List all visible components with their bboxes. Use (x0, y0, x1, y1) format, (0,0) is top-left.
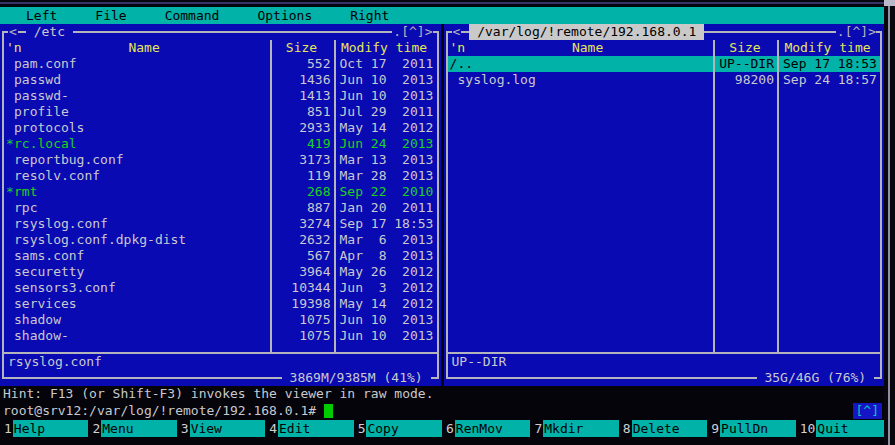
file-name: profile (14, 104, 69, 120)
command-line[interactable]: root@srv12:/var/log/!remote/192.168.0.1#… (0, 402, 884, 419)
fkey-button-delete[interactable]: 8Delete (619, 420, 707, 437)
history-back-arrow[interactable]: < (452, 24, 462, 40)
header-size[interactable]: Size (716, 40, 774, 56)
window-scrollbar[interactable] (884, 0, 895, 445)
right-panel-title-bar: < /var/log/!remote/192.168.0.1 .[^]> (444, 24, 885, 40)
file-row[interactable]: passwd-1413Jun 10 2013 (4, 88, 437, 104)
border-segment (73, 31, 393, 33)
file-size: 552 (273, 56, 331, 72)
panels-area: < /etc .[^]> 'n Name Size (0, 24, 884, 386)
text-cursor (324, 404, 333, 418)
file-row[interactable]: profile851Jul 29 2011 (4, 104, 437, 120)
file-name: rmt (14, 184, 37, 200)
file-row[interactable]: reportbug.conf3173Mar 13 2013 (4, 152, 437, 168)
header-mtime[interactable]: Modify time (334, 40, 435, 56)
file-row[interactable]: rpc887Jan 20 2011 (4, 200, 437, 216)
fkey-button-view[interactable]: 3View (177, 420, 265, 437)
file-name: sensors3.conf (14, 280, 116, 296)
file-row[interactable]: resolv.conf119Mar 28 2013 (4, 168, 437, 184)
menu-item-left[interactable]: Left (24, 8, 59, 24)
file-row[interactable]: syslog.log98200Sep 24 18:57 (448, 72, 881, 88)
header-name[interactable]: Name (22, 40, 267, 56)
menu-item-command[interactable]: Command (163, 8, 222, 24)
file-row[interactable]: pam.conf552Oct 17 2011 (4, 56, 437, 72)
border-segment (874, 377, 882, 379)
file-size: 1413 (273, 88, 331, 104)
file-row[interactable]: *rmt268Sep 22 2010 (4, 184, 437, 200)
panel-path[interactable]: /etc (26, 24, 73, 40)
file-mtime: Mar 13 2013 (334, 152, 435, 168)
fkey-label: Help (13, 420, 89, 437)
left-panel-bottom-border: 3869M/9385M (41%) (0, 370, 441, 386)
column-separator (777, 40, 779, 352)
fkey-label: View (190, 420, 266, 437)
file-size: 1075 (273, 312, 331, 328)
file-row[interactable]: shadow1075Jun 10 2013 (4, 312, 437, 328)
mini-status: rsyslog.conf (0, 354, 441, 370)
disk-usage: 3869M/9385M (41%) (282, 370, 431, 386)
fkey-button-mkdir[interactable]: 7Mkdir (530, 420, 618, 437)
function-key-bar: 1Help 2Menu 3View 4Edit 5Copy 6RenMov 7M… (0, 420, 884, 438)
menu-item-file[interactable]: File (93, 8, 128, 24)
column-separator (713, 40, 715, 352)
fkey-label: Delete (632, 420, 708, 437)
header-mtime[interactable]: Modify time (777, 40, 878, 56)
fkey-button-pulldn[interactable]: 9PullDn (707, 420, 795, 437)
file-name: shadow- (14, 328, 69, 344)
file-row[interactable]: sams.conf567Apr 8 2013 (4, 248, 437, 264)
fkey-number: 4 (265, 420, 278, 437)
fkey-label: Menu (101, 420, 177, 437)
fkey-button-quit[interactable]: 10Quit (796, 420, 884, 437)
fkey-button-menu[interactable]: 2Menu (88, 420, 176, 437)
fkey-number: 2 (88, 420, 101, 437)
history-back-arrow[interactable]: < (8, 24, 18, 40)
file-mtime: Sep 24 18:57 (777, 72, 878, 88)
menu-item-right[interactable]: Right (348, 8, 391, 24)
shell-prompt: root@srv12:/var/log/!remote/192.168.0.1# (3, 403, 316, 419)
panel-corner-controls[interactable]: .[^]> (836, 24, 876, 40)
fkey-button-edit[interactable]: 4Edit (265, 420, 353, 437)
file-row[interactable]: rsyslog.conf3274Sep 17 18:53 (4, 216, 437, 232)
panel-path[interactable]: /var/log/!remote/192.168.0.1 (469, 24, 704, 40)
file-row[interactable]: securetty3964May 26 2012 (4, 264, 437, 280)
file-row[interactable]: services19398May 14 2012 (4, 296, 437, 312)
file-name: securetty (14, 264, 84, 280)
terminal-window: Left File Command Options Right < /etc .… (0, 0, 895, 445)
file-row-selected[interactable]: /..UP--DIRSep 17 18:53 (448, 56, 881, 72)
header-name[interactable]: Name (465, 40, 710, 56)
panel-corner-controls[interactable]: .[^]> (392, 24, 432, 40)
fkey-label: Edit (278, 420, 354, 437)
right-panel: < /var/log/!remote/192.168.0.1 .[^]> 'n … (444, 24, 885, 386)
column-headers: 'n Name Size Modify time (448, 40, 881, 56)
file-mtime: Sep 22 2010 (334, 184, 435, 200)
file-size: 567 (273, 248, 331, 264)
border-segment (18, 31, 26, 33)
file-size: 3964 (273, 264, 331, 280)
file-size: 2632 (273, 232, 331, 248)
fkey-label: PullDn (720, 420, 796, 437)
file-size: 1436 (273, 72, 331, 88)
fkey-button-copy[interactable]: 5Copy (354, 420, 442, 437)
file-mtime: May 26 2012 (334, 264, 435, 280)
menu-item-options[interactable]: Options (255, 8, 314, 24)
fkey-button-renmov[interactable]: 6RenMov (442, 420, 530, 437)
file-row[interactable]: rsyslog.conf.dpkg-dist2632Mar 6 2013 (4, 232, 437, 248)
scrollbar-thumb[interactable] (884, 0, 895, 6)
file-name: reportbug.conf (14, 152, 124, 168)
scroll-up-indicator[interactable]: [^] (853, 403, 882, 419)
file-row[interactable]: passwd1436Jun 10 2013 (4, 72, 437, 88)
file-row[interactable]: shadow-1075Jun 10 2013 (4, 328, 437, 344)
file-size: 10344 (273, 280, 331, 296)
file-name: .. (458, 56, 474, 72)
file-row[interactable]: sensors3.conf10344Jun 3 2012 (4, 280, 437, 296)
right-panel-bottom-border: 35G/46G (76%) (444, 370, 885, 386)
file-size: 851 (273, 104, 331, 120)
fkey-button-help[interactable]: 1Help (0, 420, 88, 437)
fkey-label: Quit (816, 420, 884, 437)
fkey-number: 1 (0, 420, 13, 437)
border-segment (461, 31, 469, 33)
file-mtime: Jun 10 2013 (334, 328, 435, 344)
file-row[interactable]: *rc.local419Jun 24 2013 (4, 136, 437, 152)
file-row[interactable]: protocols2933May 14 2012 (4, 120, 437, 136)
header-size[interactable]: Size (273, 40, 331, 56)
